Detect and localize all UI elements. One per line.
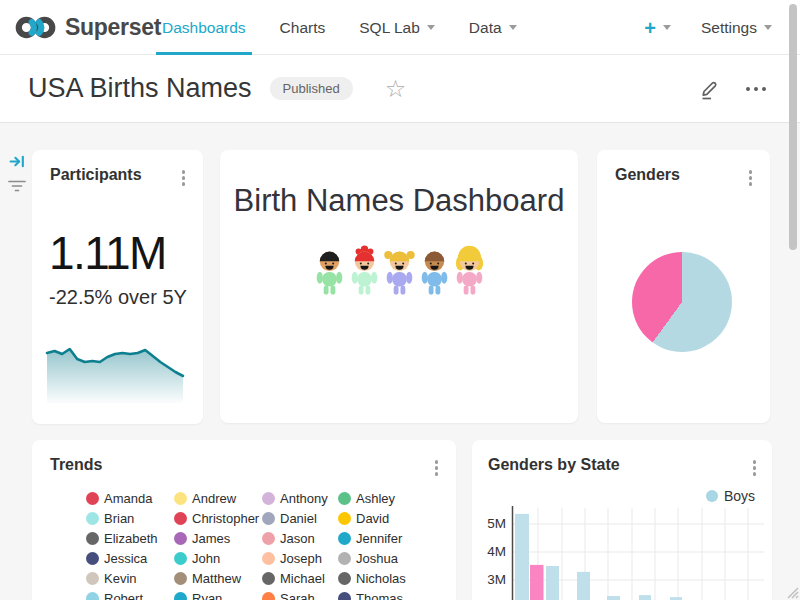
legend-item-jessica[interactable]: Jessica [86,551,147,566]
genders-pie-chart[interactable] [632,252,732,352]
legend-swatch [174,572,187,585]
legend-swatch [174,512,187,525]
legend-label: Nicholas [356,571,406,586]
chart-title: Trends [50,456,102,474]
legend-label: Ashley [356,491,395,506]
legend-item-joshua[interactable]: Joshua [338,551,398,566]
legend-item-jason[interactable]: Jason [262,531,315,546]
legend-item-christopher[interactable]: Christopher [174,511,259,526]
vertical-scrollbar[interactable] [789,4,797,250]
legend-item-thomas[interactable]: Thomas [338,591,403,600]
legend-item-matthew[interactable]: Matthew [174,571,241,586]
legend-item-elizabeth[interactable]: Elizabeth [86,531,157,546]
legend-label: Michael [280,571,325,586]
legend-swatch [338,512,351,525]
kids-illustration [220,244,578,296]
legend-item-brian[interactable]: Brian [86,511,134,526]
legend-label: David [356,511,389,526]
legend-swatch [86,552,99,565]
nav-item-charts[interactable]: Charts [278,0,328,55]
resize-handle-icon[interactable] [784,584,799,599]
more-options-icon[interactable] [742,83,771,96]
legend-item-amanda[interactable]: Amanda [86,491,152,506]
legend-label: Sarah [280,591,315,600]
legend-swatch [174,552,187,565]
genders-by-state-bar-chart[interactable] [472,480,772,600]
nav-item-sql-lab[interactable]: SQL Lab [357,0,437,55]
legend-item-john[interactable]: John [174,551,220,566]
legend-item-anthony[interactable]: Anthony [262,491,328,506]
legend-label: Christopher [192,511,259,526]
legend-item-michael[interactable]: Michael [262,571,325,586]
legend-label: Amanda [104,491,152,506]
chart-title: Genders [615,166,680,184]
dashboard-header-text: Birth Names Dashboard [220,183,578,219]
favorite-star-icon[interactable]: ☆ [385,77,407,101]
legend-swatch [174,492,187,505]
legend-label: Robert [104,591,143,600]
nav-item-label: SQL Lab [359,19,420,37]
legend-item-nicholas[interactable]: Nicholas [338,571,406,586]
legend-item-joseph[interactable]: Joseph [262,551,322,566]
legend-label: Jessica [104,551,147,566]
legend-label: Joshua [356,551,398,566]
genders-card: Genders [597,150,770,423]
nav-item-data[interactable]: Data [467,0,519,55]
legend-label: Elizabeth [104,531,157,546]
legend-swatch [338,532,351,545]
legend-item-james[interactable]: James [174,531,230,546]
legend-label: Matthew [192,571,241,586]
legend-label: James [192,531,230,546]
legend-swatch [86,492,99,505]
expand-filter-bar-icon[interactable] [9,153,26,170]
kid-figure-1 [313,244,346,296]
kebab-menu-icon[interactable] [746,167,756,189]
nav-item-label: Dashboards [162,19,246,37]
big-number-subheader: -22.5% over 5Y [49,286,187,309]
top-nav-bar: Superset DashboardsChartsSQL LabData + S… [0,0,800,55]
legend-item-kevin[interactable]: Kevin [86,571,137,586]
legend-swatch [262,572,275,585]
legend-item-daniel[interactable]: Daniel [262,511,317,526]
legend-item-jennifer[interactable]: Jennifer [338,531,402,546]
legend-item-ashley[interactable]: Ashley [338,491,395,506]
filter-list-icon[interactable] [8,179,26,194]
legend-swatch [262,592,275,600]
markdown-header-card: Birth Names Dashboard [220,150,578,423]
legend-item-sarah[interactable]: Sarah [262,591,315,600]
legend-item-robert[interactable]: Robert [86,591,143,600]
legend-label: Andrew [192,491,236,506]
legend-label: Brian [104,511,134,526]
settings-menu[interactable]: Settings [679,19,772,37]
nav-item-label: Charts [280,19,326,37]
participants-card: Participants 1.11M -22.5% over 5Y [32,150,203,424]
legend-swatch [338,572,351,585]
chevron-down-icon [427,25,435,30]
dashboard-title-bar: USA Births Names Published ☆ [0,55,800,123]
legend-label: Kevin [104,571,137,586]
published-badge[interactable]: Published [270,77,353,100]
legend-item-andrew[interactable]: Andrew [174,491,236,506]
nav-item-dashboards[interactable]: Dashboards [160,0,248,55]
legend-item-david[interactable]: David [338,511,389,526]
new-item-button[interactable]: + [644,18,671,38]
kid-figure-5 [453,244,486,296]
nav-items: DashboardsChartsSQL LabData [160,0,519,55]
legend-swatch [174,592,187,600]
participants-sparkline-chart[interactable] [44,340,192,408]
chevron-down-icon [663,25,671,30]
legend-label: Ryan [192,591,222,600]
edit-pencil-icon[interactable] [698,77,722,101]
page-title: USA Births Names [28,73,252,104]
plus-icon: + [644,18,656,38]
legend-item-ryan[interactable]: Ryan [174,591,222,600]
kebab-menu-icon[interactable] [179,167,189,189]
legend-swatch [174,532,187,545]
superset-logo[interactable]: Superset [14,13,161,42]
kebab-menu-icon[interactable] [432,457,442,479]
legend-swatch [262,552,275,565]
chevron-down-icon [509,25,517,30]
settings-label: Settings [701,19,757,37]
kid-figure-4 [418,244,451,296]
kebab-menu-icon[interactable] [750,457,760,479]
